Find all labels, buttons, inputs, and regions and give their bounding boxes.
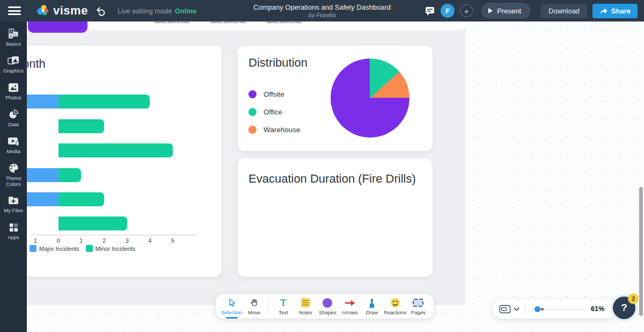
sidebar-item-theme-colors[interactable]: Theme Colors (0, 163, 27, 187)
distribution-pie-chart[interactable] (331, 59, 409, 138)
svg-text:C: C (14, 32, 17, 36)
sidebar-item-my-files[interactable]: My Files (0, 195, 27, 214)
bar-segment[interactable] (27, 95, 58, 109)
share-icon (599, 7, 608, 15)
arrow-icon (344, 298, 356, 308)
sidebar-item-media[interactable]: Media (0, 136, 27, 155)
evacuation-title: Evacuation Duration (Fire Drills) (248, 172, 416, 186)
help-notification-badge: 2 (628, 293, 639, 304)
chevron-down-icon (514, 307, 519, 311)
legend-entry: Office (248, 108, 301, 116)
text-icon: T (280, 297, 287, 309)
avatar[interactable]: F (441, 4, 455, 18)
sidebar-label: My Files (4, 208, 23, 214)
smiley-icon (390, 298, 400, 308)
bar-segment[interactable] (27, 192, 58, 206)
bar-segment[interactable] (58, 95, 150, 109)
sidebar-item-photos[interactable]: Photos (0, 82, 27, 101)
sidebar-label: Theme Colors (0, 176, 27, 187)
vertical-scrollbar[interactable] (639, 187, 643, 316)
distribution-title: Distribution (248, 56, 308, 70)
sidebar-label: Graphics (3, 68, 24, 74)
bar-segment[interactable] (58, 216, 127, 230)
legend-swatch-major (30, 245, 36, 252)
clipped-card-above[interactable]: assessments assessments assessments (27, 21, 466, 30)
media-icon (7, 136, 20, 147)
bar-segment[interactable] (58, 143, 173, 157)
basics-icon: A C B (8, 28, 19, 39)
fit-to-screen-button[interactable] (499, 305, 519, 314)
zoom-controls: 61% (493, 299, 617, 319)
tool-shapes[interactable]: Shapes (318, 295, 338, 317)
logo-text: visme (53, 4, 88, 18)
topbar: visme Live editing mode Online Company O… (0, 0, 644, 21)
incidents-chart-card[interactable] (27, 46, 222, 277)
canvas[interactable]: assessments assessments assessments onth… (27, 21, 644, 332)
download-button[interactable]: Download (541, 4, 587, 18)
fit-screen-icon (499, 305, 511, 314)
tool-notes[interactable]: Notes (296, 295, 316, 317)
legend-entry: Major Incidents (30, 245, 79, 252)
clipped-axis-label: assessments (211, 21, 245, 24)
document-author: by Fiorella (309, 12, 336, 18)
present-label: Present (497, 7, 521, 15)
sidebar-item-graphics[interactable]: Graphics (0, 55, 27, 74)
legend-dot-office (248, 108, 257, 116)
notes-icon (301, 298, 310, 307)
theme-colors-icon (8, 163, 19, 174)
legend-entry: Offsite (248, 90, 301, 98)
legend-swatch-minor (86, 245, 93, 252)
svg-text:B: B (10, 35, 12, 38)
pages-icon (413, 299, 423, 307)
present-button[interactable]: Present (481, 3, 530, 18)
tool-text[interactable]: T Text (273, 295, 293, 317)
hand-icon (250, 298, 259, 308)
bar-segment[interactable] (58, 192, 104, 206)
photos-icon (8, 82, 19, 93)
visme-logo-icon (36, 4, 50, 18)
bar-segment[interactable] (27, 168, 58, 182)
tool-reactions[interactable]: Reactions (384, 295, 406, 317)
zoom-divider (525, 303, 525, 315)
clipped-axis-label: assessments (267, 21, 301, 24)
sidebar-label: Data (8, 122, 19, 128)
online-status: Online (175, 7, 196, 15)
sidebar-label: Photos (5, 95, 21, 101)
sidebar-item-data[interactable]: Data (0, 109, 27, 128)
data-icon (8, 109, 19, 120)
sidebar-label: Apps (8, 235, 19, 241)
hamburger-menu-icon[interactable] (8, 6, 21, 15)
add-collaborator-button[interactable]: + (460, 4, 473, 17)
toolbar-divider (268, 297, 269, 315)
incidents-legend: Major Incidents Minor Incidents (30, 245, 135, 252)
tool-move[interactable]: Move (244, 295, 264, 317)
tool-selection[interactable]: Selection (221, 295, 242, 317)
share-label: Share (611, 7, 631, 15)
zoom-slider[interactable] (531, 305, 584, 313)
clipped-axis-label: assessments (155, 21, 189, 24)
undo-icon[interactable] (96, 6, 106, 16)
legend-dot-offsite (248, 90, 257, 98)
bar-segment[interactable] (58, 168, 82, 182)
play-icon (488, 8, 493, 13)
legend-entry: Minor Incidents (86, 245, 136, 252)
comment-icon[interactable] (425, 5, 435, 16)
sidebar-item-apps[interactable]: Apps (0, 222, 27, 241)
visme-editor: visme Live editing mode Online Company O… (0, 0, 644, 332)
sidebar: A C B Basics Graphics (0, 21, 27, 332)
zoom-percentage: 61% (591, 305, 604, 313)
tool-pages[interactable]: Pages (408, 295, 428, 317)
svg-text:A: A (10, 30, 13, 33)
clipped-purple-bar[interactable] (28, 21, 87, 33)
share-button[interactable]: Share (592, 4, 638, 18)
sidebar-item-basics[interactable]: A C B Basics (0, 28, 27, 47)
bar-segment[interactable] (58, 119, 104, 133)
cursor-icon (227, 298, 237, 308)
tool-draw[interactable]: Draw (362, 295, 382, 317)
visme-logo[interactable]: visme (36, 4, 88, 18)
tool-arrows[interactable]: Arrows (340, 295, 360, 317)
live-editing-mode-label: Live editing mode (118, 7, 172, 15)
sidebar-label: Media (6, 149, 20, 155)
zoom-slider-thumb[interactable] (535, 306, 540, 312)
download-label: Download (548, 7, 580, 15)
